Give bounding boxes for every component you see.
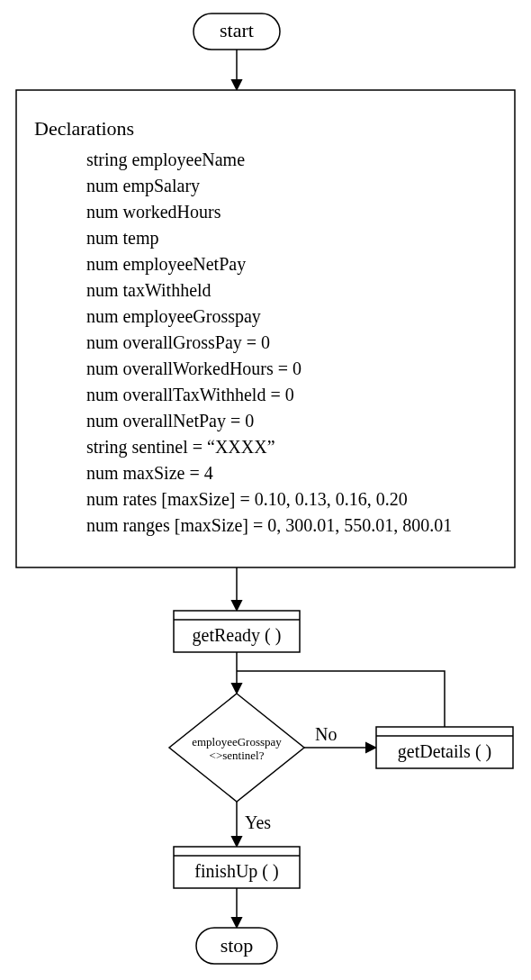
node-getready: getReady ( ) <box>174 611 300 652</box>
decl-line: num employeeGrosspay <box>86 306 261 327</box>
decl-line: num overallNetPay = 0 <box>86 411 254 431</box>
node-finishup: finishUp ( ) <box>174 847 300 888</box>
getready-label: getReady ( ) <box>193 625 282 646</box>
decl-line: num temp <box>86 228 159 249</box>
decl-line: num overallTaxWithheld = 0 <box>86 385 294 404</box>
decl-line: num empSalary <box>86 176 200 196</box>
decl-line: string sentinel = “XXXX” <box>86 437 275 458</box>
decl-line: num overallGrossPay = 0 <box>86 332 270 353</box>
decision-line2: <>sentinel? <box>210 749 265 762</box>
node-declarations: Declarations string employeeName num emp… <box>16 90 515 567</box>
edge-no-label: No <box>315 724 337 744</box>
flowchart-canvas: start Declarations string employeeName n… <box>0 0 531 980</box>
node-getdetails: getDetails ( ) <box>376 727 513 768</box>
stop-label: stop <box>220 934 254 957</box>
node-start: start <box>194 14 280 50</box>
finishup-label: finishUp ( ) <box>194 861 278 882</box>
getdetails-label: getDetails ( ) <box>398 741 491 762</box>
decl-line: num employeeNetPay <box>86 254 246 275</box>
edge-yes-label: Yes <box>245 812 271 832</box>
decl-line: string employeeName <box>86 150 245 170</box>
decl-line: num rates [maxSize] = 0.10, 0.13, 0.16, … <box>86 489 408 509</box>
decl-line: num maxSize = 4 <box>86 463 213 483</box>
decl-line: num workedHours <box>86 202 221 222</box>
node-decision: employeeGrosspay <>sentinel? <box>169 694 304 802</box>
decl-line: num taxWithheld <box>86 280 212 300</box>
decl-line: num overallWorkedHours = 0 <box>86 358 302 378</box>
start-label: start <box>220 19 254 41</box>
decl-line: num ranges [maxSize] = 0, 300.01, 550.01… <box>86 515 452 536</box>
node-stop: stop <box>196 928 277 964</box>
decision-line1: employeeGrosspay <box>192 735 282 749</box>
declarations-title: Declarations <box>34 117 134 140</box>
